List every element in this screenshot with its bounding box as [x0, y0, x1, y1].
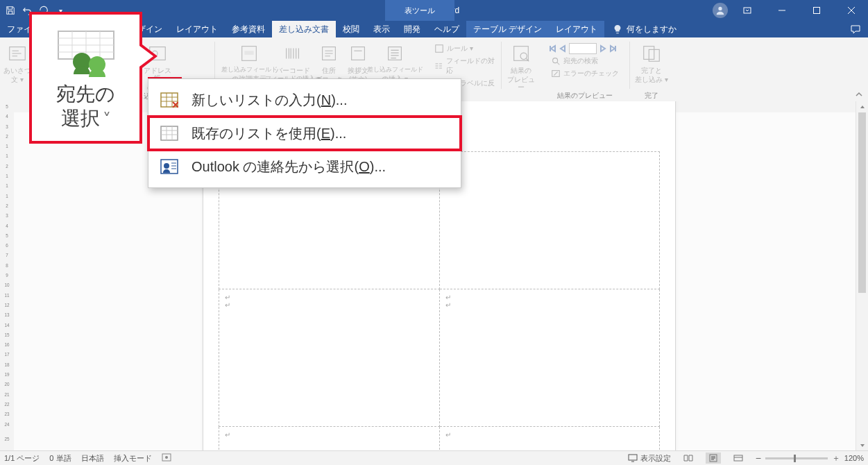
preview-results-icon [509, 42, 533, 65]
zoom-out-button[interactable]: − [756, 453, 761, 464]
preview-results-button[interactable]: 結果の プレビュー [505, 42, 537, 91]
barcode-field-button[interactable]: バーコード フィールドの挿入 ▾ [272, 42, 314, 83]
label-cell[interactable]: ↵ [439, 152, 660, 289]
find-recipient-icon [551, 56, 561, 66]
view-read-mode-button[interactable] [681, 453, 696, 464]
tab-layout[interactable]: レイアウト [169, 21, 225, 37]
highlight-merge-fields-button[interactable]: 差し込みフィールド の強調表示 [228, 42, 271, 83]
vertical-scrollbar[interactable] [856, 101, 868, 451]
menu-item-outlook-contacts-pre: Outlook の連絡先から選択( [192, 159, 359, 174]
tab-layout-label: レイアウト [176, 24, 218, 35]
contextual-tab-label: 表ツール [405, 6, 435, 16]
scroll-down-icon[interactable] [856, 440, 868, 451]
select-recipients-large-icon [54, 28, 118, 79]
greeting-text-l2: 文 ▾ [11, 76, 24, 83]
macro-record-icon[interactable] [162, 453, 171, 463]
label-cell[interactable]: ↵ [219, 427, 440, 452]
label-cell[interactable]: ↵↵ [219, 289, 440, 427]
vertical-ruler[interactable]: 5432112111234567891011121314151617181920… [0, 101, 15, 451]
address-block-button[interactable]: 住所 ブロック [315, 42, 343, 83]
find-recipient-button[interactable]: 宛先の検索 [548, 56, 622, 67]
check-errors-button[interactable]: エラーのチェック [548, 68, 622, 79]
status-words[interactable]: 0 単語 [49, 453, 71, 464]
lightbulb-icon [613, 24, 622, 34]
collapse-ribbon-button[interactable] [853, 90, 865, 100]
tab-mailings[interactable]: 差し込み文書 [272, 21, 336, 37]
finish-merge-button[interactable]: 完了と 差し込み ▾ [634, 42, 669, 83]
scroll-up-icon[interactable] [856, 101, 868, 112]
tab-table-layout[interactable]: レイアウト [549, 21, 604, 37]
close-button[interactable] [836, 0, 867, 21]
tab-mailings-label: 差し込み文書 [279, 24, 329, 35]
menu-item-use-existing-list-post: )... [330, 126, 346, 141]
insert-merge-field-button[interactable]: 差し込みフィールド の挿入 ▾ [373, 42, 416, 83]
use-existing-list-icon [160, 125, 179, 142]
scrollbar-thumb[interactable] [858, 112, 866, 293]
menu-item-outlook-contacts-accel: O [359, 159, 370, 174]
svg-point-33 [164, 163, 169, 169]
greeting-line-icon [346, 42, 370, 65]
tab-table-layout-label: レイアウト [556, 24, 597, 35]
preview-results-l1: 結果の [511, 67, 531, 74]
zoom-slider[interactable] [765, 457, 828, 459]
highlight-merge-fields-l1: 差し込みフィールド [221, 67, 278, 74]
svg-rect-14 [352, 47, 365, 60]
rules-label: ルール ▾ [447, 44, 473, 53]
match-fields-icon [434, 61, 443, 71]
svg-point-0 [718, 7, 722, 10]
menu-item-use-existing-list[interactable]: 既存のリストを使用(E)... [148, 117, 461, 150]
contextual-tab-table-tools: 表ツール [385, 0, 454, 21]
tab-developer[interactable]: 開発 [397, 21, 427, 37]
tab-review[interactable]: 校閲 [336, 21, 366, 37]
zoom-control[interactable]: − ＋ 120% [756, 453, 864, 464]
tab-references-label: 参考資料 [232, 24, 265, 35]
tab-references[interactable]: 参考資料 [225, 21, 272, 37]
minimize-button[interactable] [767, 0, 797, 21]
view-print-layout-button[interactable] [706, 453, 721, 464]
match-fields-button[interactable]: フィールドの対応 [432, 56, 498, 76]
address-block-icon [317, 42, 341, 65]
save-icon[interactable] [6, 6, 15, 15]
svg-rect-36 [629, 455, 637, 460]
display-settings-icon [628, 454, 638, 462]
status-page[interactable]: 1/1 ページ [4, 453, 40, 464]
label-cell[interactable]: ↵↵ [439, 289, 660, 427]
svg-rect-16 [436, 45, 443, 53]
zoom-in-button[interactable]: ＋ [832, 453, 840, 464]
display-settings-button[interactable]: 表示設定 [628, 453, 671, 464]
tell-me-search[interactable]: 何をしますか [604, 21, 685, 37]
paragraph-mark-icon: ↵ [445, 301, 654, 309]
rules-button[interactable]: ルール ▾ [432, 43, 498, 54]
callout-line1: 宛先の [56, 83, 115, 105]
comments-button[interactable] [843, 21, 868, 37]
label-cell[interactable]: ↵ [439, 427, 660, 452]
record-number-box[interactable] [569, 43, 597, 54]
status-insert-mode[interactable]: 挿入モード [114, 453, 152, 464]
preview-results-l2: プレビュー [505, 76, 537, 91]
svg-point-23 [553, 58, 558, 63]
last-record-icon [609, 44, 618, 53]
match-fields-label: フィールドの対応 [446, 56, 495, 76]
zoom-percent[interactable]: 120% [844, 454, 864, 462]
greeting-line-button[interactable]: 挨拶文 (英文) [344, 42, 372, 83]
paragraph-mark-icon: ↵ [225, 431, 434, 439]
account-avatar[interactable] [713, 3, 728, 18]
paragraph-mark-icon: ↵ [225, 294, 434, 301]
tab-view[interactable]: 表示 [366, 21, 397, 37]
tab-table-design[interactable]: テーブル デザイン [466, 21, 549, 37]
menu-item-type-new-list[interactable]: 新しいリストの入力(N)... [148, 83, 461, 117]
finish-merge-l2: 差し込み ▾ [635, 76, 668, 83]
menu-item-use-existing-list-accel: E [321, 126, 330, 141]
find-recipient-label: 宛先の検索 [563, 56, 598, 66]
tab-help[interactable]: ヘルプ [427, 21, 466, 37]
menu-item-outlook-contacts[interactable]: Outlook の連絡先から選択(O)... [148, 150, 461, 183]
view-web-layout-button[interactable] [731, 453, 746, 464]
ribbon-display-options-icon[interactable] [732, 0, 763, 21]
maximize-button[interactable] [801, 0, 832, 21]
greeting-line-l1: 挨拶文 [348, 67, 368, 74]
svg-rect-12 [244, 51, 253, 55]
record-pager[interactable] [548, 43, 622, 54]
tab-help-label: ヘルプ [434, 24, 459, 35]
status-language[interactable]: 日本語 [81, 453, 104, 464]
type-new-list-icon [160, 92, 179, 108]
